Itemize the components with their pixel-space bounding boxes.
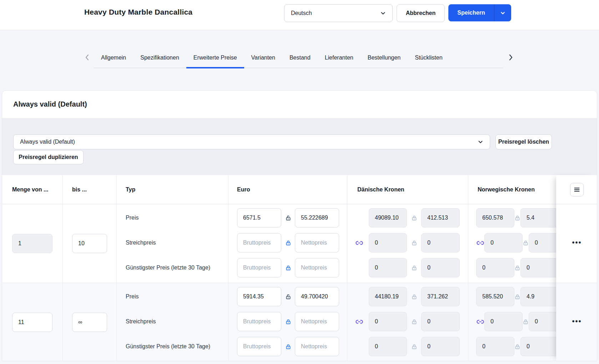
euro-list-gross-input[interactable] [237, 233, 281, 252]
product-detail-page: Heavy Duty Marble Dancallica Deutsch Abb… [0, 0, 599, 364]
lock-closed-icon[interactable] [407, 319, 421, 325]
dkk-price-net-input [421, 208, 460, 227]
table-actions-column: ••• ••• [556, 175, 597, 361]
tab-stuecklisten[interactable]: Stücklisten [408, 55, 449, 68]
price-matrix-scroll-area[interactable]: Menge von ... bis ... Typ Euro Dänische … [2, 175, 556, 361]
save-split-button: Speichern [448, 4, 511, 21]
dkk-price-gross-input [369, 208, 407, 227]
save-options-button[interactable] [494, 4, 511, 21]
tab-spezifikationen[interactable]: Spezifikationen [133, 55, 186, 68]
lock-closed-icon[interactable] [514, 294, 520, 300]
lock-closed-icon[interactable] [281, 265, 295, 271]
nok-price-gross-input [476, 287, 514, 306]
quantity-to-input[interactable] [72, 234, 107, 253]
dkk-list-gross-input [369, 312, 407, 331]
euro-cheapest-gross-input[interactable] [237, 337, 281, 356]
advanced-prices-card: Always valid (Default) Always valid (Def… [2, 90, 597, 361]
dkk-cheapest-net-input [421, 258, 460, 277]
tabs-scroll-right-button[interactable] [507, 53, 515, 61]
link-icon[interactable] [355, 319, 369, 324]
price-rule-select[interactable]: Always valid (Default) [13, 134, 490, 149]
lock-closed-icon[interactable] [281, 240, 295, 246]
column-header-danish-krone: Dänische Kronen [347, 175, 468, 204]
nok-price-gross-input [476, 208, 514, 227]
type-label-price: Preis [126, 214, 139, 221]
type-label-cheapest-price: Günstigster Preis (letzte 30 Tage) [126, 343, 210, 350]
column-settings-button[interactable] [570, 183, 584, 196]
price-rule-toolbar: Always valid (Default) Preisregel lösche… [2, 118, 597, 175]
dkk-price-gross-input [369, 287, 407, 306]
price-matrix-table: Menge von ... bis ... Typ Euro Dänische … [2, 175, 597, 361]
lock-closed-icon[interactable] [281, 344, 295, 350]
link-icon[interactable] [476, 319, 484, 324]
tab-bar: Allgemein Spezifikationen Erweiterte Pre… [94, 50, 503, 68]
nok-price-net-input [520, 208, 556, 227]
tab-erweiterte-preise[interactable]: Erweiterte Preise [186, 55, 244, 68]
lock-open-icon[interactable] [281, 215, 295, 221]
lock-closed-icon[interactable] [407, 240, 421, 246]
euro-price-net-input[interactable] [295, 208, 339, 227]
lock-closed-icon[interactable] [407, 215, 421, 221]
euro-cheapest-net-input[interactable] [295, 258, 339, 277]
chevron-down-icon [500, 10, 505, 16]
column-header-type: Typ [117, 175, 228, 204]
nok-list-net-input [529, 233, 556, 252]
table-row: Preis Streichpreis Günstigster Preis (le… [2, 204, 556, 283]
lock-closed-icon[interactable] [281, 319, 295, 325]
dkk-list-gross-input [369, 233, 407, 252]
type-label-list-price: Streichpreis [126, 239, 156, 246]
lock-open-icon[interactable] [281, 294, 295, 300]
card-header: Always valid (Default) [2, 91, 597, 118]
quantity-from-input [12, 234, 52, 253]
language-select[interactable]: Deutsch [284, 4, 393, 22]
price-rule-select-value: Always valid (Default) [20, 139, 478, 145]
lock-closed-icon[interactable] [407, 265, 421, 271]
nok-list-net-input [529, 312, 556, 331]
row-context-menu-button[interactable]: ••• [572, 318, 582, 327]
euro-list-net-input[interactable] [295, 233, 339, 252]
lock-closed-icon[interactable] [407, 344, 421, 350]
euro-price-net-input[interactable] [295, 287, 339, 306]
euro-list-gross-input[interactable] [237, 312, 281, 331]
price-rule-title: Always valid (Default) [13, 100, 87, 108]
tab-bestand[interactable]: Bestand [282, 55, 318, 68]
lock-closed-icon[interactable] [514, 344, 520, 350]
link-icon[interactable] [476, 240, 484, 246]
column-header-quantity-to: bis ... [63, 175, 117, 204]
tab-bestellungen[interactable]: Bestellungen [361, 55, 408, 68]
table-row: Preis Streichpreis Günstigster Preis (le… [2, 283, 556, 361]
dkk-cheapest-gross-input [369, 258, 407, 277]
top-bar: Heavy Duty Marble Dancallica Deutsch Abb… [0, 0, 599, 30]
nok-cheapest-net-input [520, 337, 556, 356]
column-header-quantity-from: Menge von ... [2, 175, 63, 204]
quantity-to-input[interactable] [72, 313, 107, 332]
row-context-menu-button[interactable]: ••• [572, 239, 582, 248]
lock-closed-icon[interactable] [523, 240, 529, 246]
euro-price-gross-input[interactable] [237, 287, 281, 306]
nok-cheapest-gross-input [476, 258, 514, 277]
tab-varianten[interactable]: Varianten [244, 55, 282, 68]
nok-cheapest-net-input [520, 258, 556, 277]
lock-closed-icon[interactable] [514, 265, 520, 271]
euro-list-net-input[interactable] [295, 312, 339, 331]
hamburger-icon [574, 187, 580, 193]
euro-cheapest-net-input[interactable] [295, 337, 339, 356]
language-select-value: Deutsch [291, 10, 380, 16]
delete-price-rule-button[interactable]: Preisregel löschen [495, 134, 552, 149]
lock-closed-icon[interactable] [523, 319, 529, 325]
nok-list-gross-input [484, 312, 523, 331]
quantity-from-input[interactable] [12, 313, 52, 332]
duplicate-price-rule-button[interactable]: Preisregel duplizieren [13, 150, 84, 164]
tab-lieferanten[interactable]: Lieferanten [318, 55, 361, 68]
cancel-button[interactable]: Abbrechen [397, 4, 445, 22]
euro-price-gross-input[interactable] [237, 208, 281, 227]
save-button[interactable]: Speichern [448, 4, 494, 21]
euro-cheapest-gross-input[interactable] [237, 258, 281, 277]
nok-cheapest-gross-input [476, 337, 514, 356]
lock-closed-icon[interactable] [514, 215, 520, 221]
lock-closed-icon[interactable] [407, 294, 421, 300]
tab-allgemein[interactable]: Allgemein [94, 55, 133, 68]
chevron-down-icon [380, 10, 386, 16]
link-icon[interactable] [355, 240, 369, 246]
tabs-scroll-left-button[interactable] [83, 53, 91, 61]
